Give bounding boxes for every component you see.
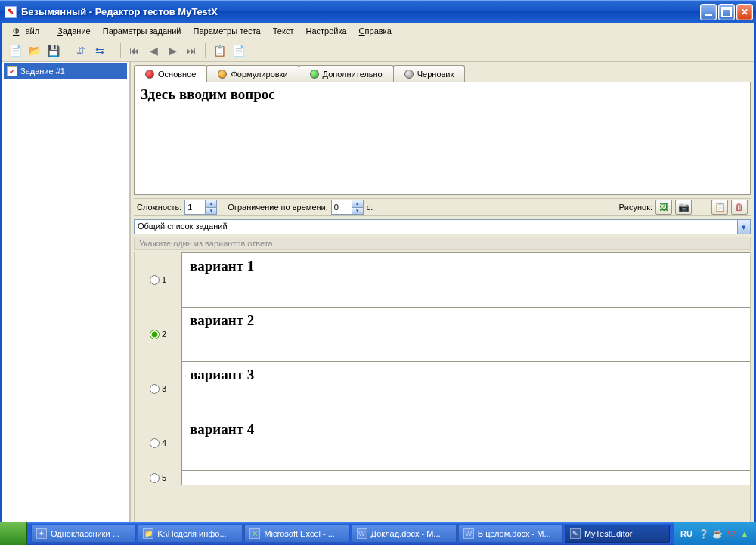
task-node-label: Задание #1 (20, 67, 65, 76)
spinner-down-icon[interactable]: ▼ (205, 207, 216, 214)
menu-text[interactable]: Текст (267, 24, 300, 38)
answer-row: 3 вариант 3 (135, 361, 750, 416)
tab-dot-icon (145, 70, 154, 79)
dropdown-arrow-icon[interactable]: ▾ (738, 219, 751, 234)
app-icon: ✎ (5, 6, 17, 18)
answer-radio-1[interactable] (150, 275, 160, 285)
taskbar-item-label: K:\Неделя инфо... (157, 529, 226, 538)
camera-button[interactable]: 📷 (675, 200, 692, 215)
answer-index: 1 (162, 275, 166, 284)
word-icon: W (357, 528, 367, 539)
taskbar-item-2[interactable]: 📁 K:\Неделя инфо... (138, 525, 243, 543)
answer-row: 2 вариант 2 (135, 307, 750, 361)
answers-list[interactable]: 1 вариант 1 2 вариант 2 3 вар (134, 252, 751, 522)
picture-label: Рисунок: (618, 203, 652, 212)
taskbar-item-3[interactable]: X Microsoft Excel - ... (244, 525, 349, 543)
system-tray[interactable]: RU ❔ ☕ 🛡 ▲ (674, 522, 756, 545)
task-list-dropdown[interactable]: Общий список заданий ▾ (134, 219, 751, 234)
time-label: Ограничение по времени: (228, 203, 327, 212)
task-tree[interactable]: ✔ Задание #1 (2, 62, 129, 522)
taskbar-item-4[interactable]: W Доклад.docx - M... (352, 525, 457, 543)
dropdown-value[interactable]: Общий список заданий (134, 219, 738, 234)
time-spinner[interactable]: ▲ ▼ (331, 200, 364, 215)
titlebar: ✎ Безымянный - Редактор тестов MyTestX (0, 0, 756, 23)
taskbar-item-label: Microsoft Excel - ... (264, 529, 335, 538)
answer-index: 2 (162, 330, 166, 339)
window-title: Безымянный - Редактор тестов MyTestX (21, 6, 700, 17)
tray-drive-icon[interactable]: ▲ (739, 528, 750, 539)
language-indicator[interactable]: RU (680, 529, 692, 538)
tab-main[interactable]: Основное (134, 65, 207, 82)
copy-button[interactable]: 📋 (211, 42, 228, 59)
answer-radio-5[interactable] (150, 473, 160, 483)
nav-first[interactable]: ⏮ (126, 42, 143, 59)
answer-text-2[interactable]: вариант 2 (181, 307, 750, 361)
answer-row: 1 вариант 1 (135, 252, 750, 307)
answer-text-3[interactable]: вариант 3 (181, 361, 750, 416)
tab-dot-icon (218, 70, 227, 79)
save-button[interactable]: 💾 (45, 42, 61, 59)
tree-btn1[interactable]: ⇵ (73, 42, 89, 59)
close-button[interactable] (736, 4, 753, 20)
question-editor[interactable]: Здесь вводим вопрос (134, 82, 751, 195)
tab-additional[interactable]: Дополнительно (299, 65, 394, 82)
menu-settings[interactable]: Настройка (299, 24, 352, 38)
menu-task-params[interactable]: Параметры заданий (97, 24, 187, 38)
answer-index: 3 (162, 384, 166, 393)
task-node-1[interactable]: ✔ Задание #1 (4, 63, 127, 79)
answer-text-1[interactable]: вариант 1 (181, 252, 750, 307)
taskbar-item-label: В целом.docx - M... (478, 529, 551, 538)
separator (120, 43, 121, 58)
paste-picture-button[interactable]: 📋 (711, 200, 728, 215)
minimize-button[interactable] (700, 4, 717, 20)
open-button[interactable]: 📂 (26, 42, 42, 59)
paste-button[interactable]: 📄 (230, 42, 246, 59)
answer-text-5[interactable] (181, 470, 750, 485)
complexity-spinner[interactable]: ▲ ▼ (184, 200, 217, 215)
spinner-up-icon[interactable]: ▲ (352, 200, 363, 207)
delete-picture-button[interactable]: 🗑 (731, 200, 748, 215)
start-button[interactable] (0, 522, 27, 545)
add-picture-button[interactable]: 🖼 (655, 200, 672, 215)
answer-index: 4 (162, 438, 166, 447)
tab-label: Черновик (417, 70, 454, 79)
menu-task[interactable]: Задание (51, 24, 97, 38)
nav-last[interactable]: ⏭ (183, 42, 200, 59)
tab-draft[interactable]: Черновик (393, 65, 466, 82)
menu-file[interactable]: Файл (7, 24, 51, 38)
folder-icon: 📁 (143, 528, 153, 539)
tray-java-icon[interactable]: ☕ (712, 528, 723, 539)
complexity-label: Сложность: (137, 203, 181, 212)
task-node-icon: ✔ (7, 66, 17, 76)
separator (67, 43, 67, 58)
new-button[interactable]: 📄 (7, 42, 23, 59)
taskbar-item-5[interactable]: W В целом.docx - M... (458, 525, 563, 543)
time-input[interactable] (332, 203, 352, 212)
answer-text-4[interactable]: вариант 4 (181, 416, 750, 470)
excel-icon: X (249, 528, 260, 539)
nav-prev[interactable]: ◀ (145, 42, 162, 59)
answer-index: 5 (162, 473, 166, 482)
answer-radio-2[interactable] (150, 330, 160, 339)
tab-phrasing[interactable]: Формулировки (206, 65, 299, 82)
tab-label: Основное (158, 70, 196, 79)
tree-btn2[interactable]: ⇆ (91, 42, 108, 59)
taskbar-item-1[interactable]: ✦ Одноклассники ... (31, 525, 136, 543)
spinner-up-icon[interactable]: ▲ (205, 200, 216, 207)
tray-help-icon[interactable]: ❔ (699, 528, 709, 539)
taskbar-item-label: MyTestEditor (584, 529, 633, 538)
menu-test-params[interactable]: Параметры теста (187, 24, 266, 38)
tab-dot-icon (404, 70, 414, 79)
answer-radio-3[interactable] (150, 384, 160, 394)
separator (205, 43, 206, 58)
answer-radio-4[interactable] (150, 438, 160, 448)
tab-label: Формулировки (231, 70, 287, 79)
taskbar-item-6[interactable]: ✎ MyTestEditor (565, 525, 670, 543)
spinner-down-icon[interactable]: ▼ (352, 207, 363, 214)
answers-hint: Укажите один из вариантов ответа: (134, 237, 751, 250)
maximize-button[interactable] (718, 4, 735, 20)
tray-shield-icon[interactable]: 🛡 (726, 528, 736, 539)
nav-next[interactable]: ▶ (164, 42, 181, 59)
menu-help[interactable]: Справка (353, 24, 398, 38)
complexity-input[interactable] (185, 203, 205, 212)
